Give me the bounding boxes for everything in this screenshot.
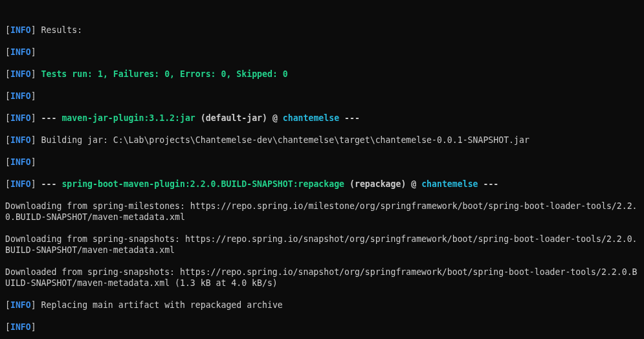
log-line: [INFO] [5,47,639,58]
log-line-plugin: [INFO] --- maven-jar-plugin:3.1.2:jar (d… [5,113,639,124]
terminal-output[interactable]: [INFO] Results: [INFO] [INFO] Tests run:… [0,0,644,339]
log-line: [INFO] [5,322,639,333]
log-line-plugin: [INFO] --- spring-boot-maven-plugin:2.2.… [5,179,639,190]
log-line: [INFO] [5,157,639,168]
log-line-tests: [INFO] Tests run: 1, Failures: 0, Errors… [5,69,639,80]
log-line: [INFO] Building jar: C:\Lab\projects\Cha… [5,135,639,146]
log-line: [INFO] Results: [5,25,639,36]
log-line: [INFO] [5,91,639,102]
log-line: [INFO] Replacing main artifact with repa… [5,300,639,311]
log-line-download: Downloaded from spring-snapshots: https:… [5,267,639,289]
log-line-download: Downloading from spring-milestones: http… [5,201,639,223]
log-line-download: Downloading from spring-snapshots: https… [5,234,639,256]
